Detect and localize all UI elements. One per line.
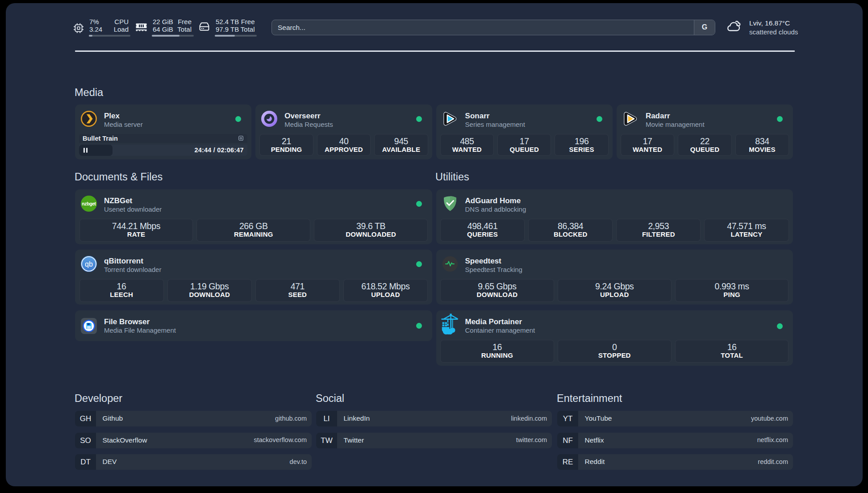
svg-text:nzbget: nzbget: [82, 201, 96, 206]
svg-text:qb: qb: [85, 260, 93, 268]
